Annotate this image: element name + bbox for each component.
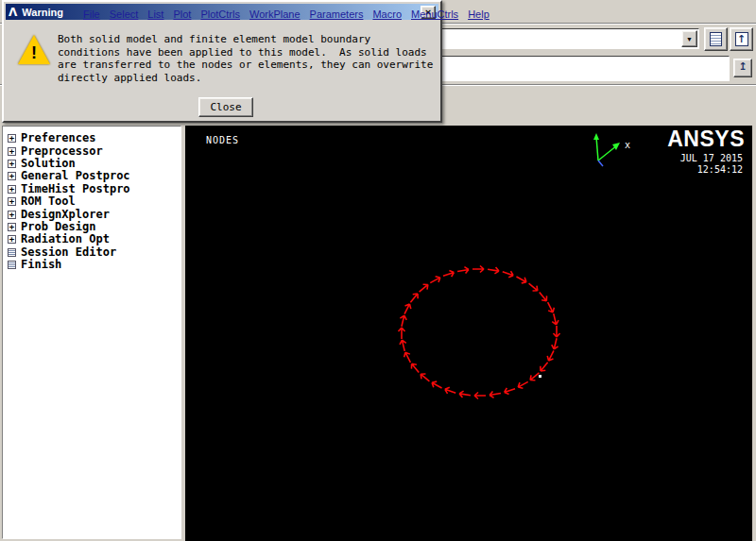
tree-item-label: Preprocessor xyxy=(21,145,103,158)
menu-item[interactable]: Macro xyxy=(372,8,402,20)
raise-hidden-button[interactable]: ↑ xyxy=(730,27,753,51)
menubar: FileSelectListPlotPlotCtrlsWorkPlanePara… xyxy=(83,8,490,20)
tree-item-label: Radiation Opt xyxy=(21,233,110,245)
model-control-button[interactable]: ↥ xyxy=(733,59,752,77)
tree-item-label: Solution xyxy=(21,158,76,170)
nodes-ring-plot xyxy=(185,126,752,541)
menu-item[interactable]: File xyxy=(83,8,100,20)
chevron-down-icon[interactable]: ▼ xyxy=(681,30,697,47)
coordinate-triad-icon: x xyxy=(587,128,644,168)
menu-item[interactable]: PlotCtrls xyxy=(200,8,240,20)
menu-item[interactable]: Help xyxy=(468,8,490,20)
expand-box-icon[interactable] xyxy=(8,160,16,168)
tree-item[interactable]: Solution xyxy=(3,158,180,170)
tree-item-label: Prob Design xyxy=(21,221,95,233)
menu-item[interactable]: Parameters xyxy=(310,8,364,20)
dialog-message-line: are transferred to the nodes or elements… xyxy=(58,59,433,72)
tree-item[interactable]: Finish xyxy=(3,259,180,271)
dialog-message-line: Both solid model and finite element mode… xyxy=(58,33,433,46)
raise-hidden-icon: ↑ xyxy=(735,32,748,46)
main-menu-panel: Preferences Preprocessor Solution Genera… xyxy=(2,126,181,539)
close-button[interactable]: Close xyxy=(198,97,253,117)
menu-item[interactable]: MenuCtrls xyxy=(411,8,458,20)
menu-item[interactable]: Select xyxy=(110,8,139,20)
plot-annotation: NODES xyxy=(206,135,239,145)
tree-item-label: Preferences xyxy=(21,132,95,144)
menu-item[interactable]: List xyxy=(147,8,163,20)
expand-box-icon[interactable] xyxy=(8,211,16,219)
expand-box-icon[interactable] xyxy=(8,147,16,156)
expand-box-icon[interactable] xyxy=(8,223,16,231)
dialog-message-line: conditions have been applied to this mod… xyxy=(58,46,433,59)
tree-item[interactable]: Session Editor xyxy=(3,246,180,259)
plot-date: JUL 17 2015 xyxy=(680,153,743,163)
triad-x-label: x xyxy=(625,140,630,150)
tree-item-label: Finish xyxy=(21,259,61,271)
expand-box-icon[interactable] xyxy=(8,134,16,143)
tree-item-label: Session Editor xyxy=(21,246,116,259)
plot-time: 12:54:12 xyxy=(697,164,743,175)
tree-item[interactable]: ROM Tool xyxy=(3,195,180,208)
tree-item-label: General Postproc xyxy=(21,170,130,182)
journal-button[interactable] xyxy=(704,27,728,51)
menu-item[interactable]: WorkPlane xyxy=(249,8,301,20)
tree-item-label: ROM Tool xyxy=(21,195,76,208)
dialog-message-line: directly applied loads. xyxy=(58,72,433,85)
journal-icon xyxy=(710,32,722,46)
tree-item[interactable]: TimeHist Postpro xyxy=(3,183,180,195)
tree-item[interactable]: Preferences xyxy=(3,132,180,144)
ansys-main-window: ▼ ↑ ↥ Preferences Preprocessor S xyxy=(0,0,756,541)
tree-item[interactable]: Prob Design xyxy=(3,221,180,233)
tree-item[interactable]: General Postproc xyxy=(3,170,180,182)
expand-box-icon[interactable] xyxy=(8,172,16,180)
tree-item[interactable]: Preprocessor xyxy=(3,144,180,157)
expand-box-icon[interactable] xyxy=(8,235,16,244)
tree-item-label: DesignXplorer xyxy=(21,209,110,221)
menu-item[interactable]: Plot xyxy=(173,8,191,20)
tree-item[interactable]: Radiation Opt xyxy=(3,233,180,245)
ansys-logo: ANSYS xyxy=(667,127,745,152)
ansys-app-icon: Λ xyxy=(9,7,17,18)
warning-icon: ! xyxy=(18,35,52,66)
graphics-window[interactable]: NODES ANSYS JUL 17 2015 12:54:12 x xyxy=(185,126,752,541)
expand-box-icon[interactable] xyxy=(8,261,16,269)
expand-box-icon[interactable] xyxy=(8,248,16,257)
tree-item[interactable]: DesignXplorer xyxy=(3,208,180,220)
expand-box-icon[interactable] xyxy=(8,197,16,206)
tree-item-label: TimeHist Postpro xyxy=(21,183,130,195)
expand-box-icon[interactable] xyxy=(8,185,16,194)
dialog-message: Both solid model and finite element mode… xyxy=(58,33,433,84)
